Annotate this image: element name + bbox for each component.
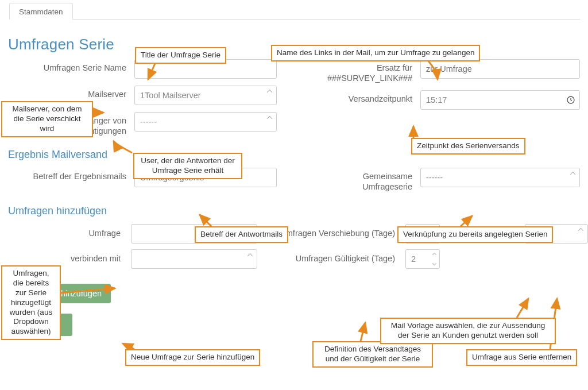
annotation-mail-template: Mail Vorlage auswählen, die zur Aussendu…	[380, 318, 556, 344]
annotation-existing-surveys: Umfragen, die bereits zur Serie hinzugef…	[1, 265, 61, 340]
annotation-mailserver: Mailserver, con dem die Serie verschickt…	[1, 101, 93, 137]
annotation-link-name: Name des Links in der Mail, um zur Umfra…	[271, 45, 480, 61]
connect-with-select[interactable]	[131, 249, 257, 269]
label-survey: Umfrage	[8, 229, 123, 238]
tab-stammdaten[interactable]: Stammdaten	[9, 3, 73, 20]
validity-days-input[interactable]	[405, 249, 440, 269]
section-add-heading: Umfragen hinzufügen	[8, 205, 580, 217]
label-link-replace: Ersatz für ###SURVEY_LINK###	[311, 59, 420, 83]
annotation-add-survey: Neue Umfrage zur Serie hinzufügen	[125, 349, 260, 366]
annotation-shared-series: Verknüpfung zu bereits angelegten Serien	[397, 226, 553, 243]
clock-icon	[562, 95, 579, 105]
label-connect-with: verbinden mit	[8, 254, 123, 264]
annotation-send-time: Zeitpunkt des Serienversands	[411, 138, 525, 155]
label-series-name: Umfragen Serie Name	[8, 59, 134, 73]
label-shared-series: Gemeinsame Umfrageserie	[311, 168, 420, 192]
label-send-time: Versandzeitpunkt	[311, 90, 420, 104]
annotation-recipients: User, der die Antworten der Umfrage Seri…	[133, 153, 242, 179]
mailserver-select[interactable]: 1Tool Mailserver	[134, 86, 277, 105]
shared-series-select[interactable]: ------	[420, 168, 580, 187]
recipients-select[interactable]: ------	[134, 112, 277, 132]
label-subject: Betreff der Ergebnismails	[8, 168, 134, 182]
annotation-subject: Betreff der Antwortmails	[195, 226, 288, 243]
annotation-title: Title der Umfrage Serie	[135, 47, 226, 64]
annotation-remove: Umfrage aus Serie entfernen	[466, 349, 577, 366]
annotation-send-day-validity: Definition des Versandtages und der Gült…	[312, 341, 433, 368]
label-validity-days: Umfragen Gültigkeit (Tage)	[265, 254, 397, 264]
label-mailserver: Mailserver	[8, 86, 134, 99]
send-time-input[interactable]	[420, 90, 580, 110]
link-replace-input[interactable]	[420, 59, 580, 79]
